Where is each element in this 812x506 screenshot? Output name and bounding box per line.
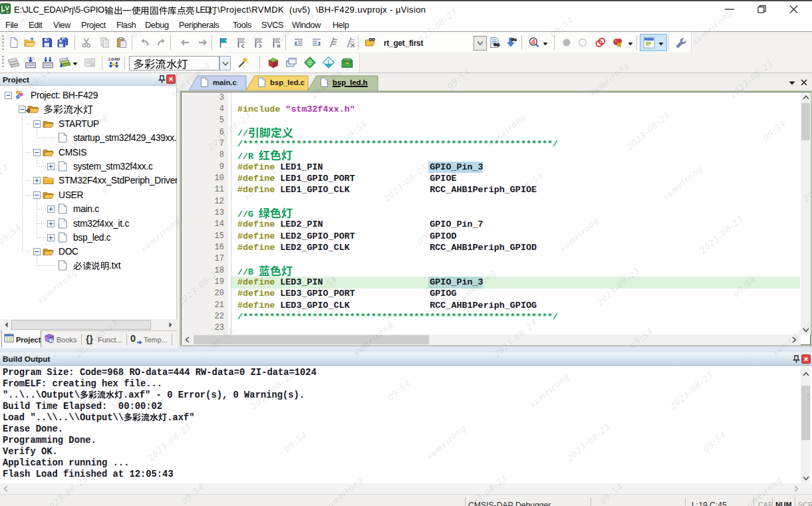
svg-text:LOAD: LOAD xyxy=(108,57,120,61)
svg-text:d: d xyxy=(531,39,535,45)
svg-text:?: ? xyxy=(51,338,53,344)
svg-text:s: s xyxy=(7,10,9,14)
